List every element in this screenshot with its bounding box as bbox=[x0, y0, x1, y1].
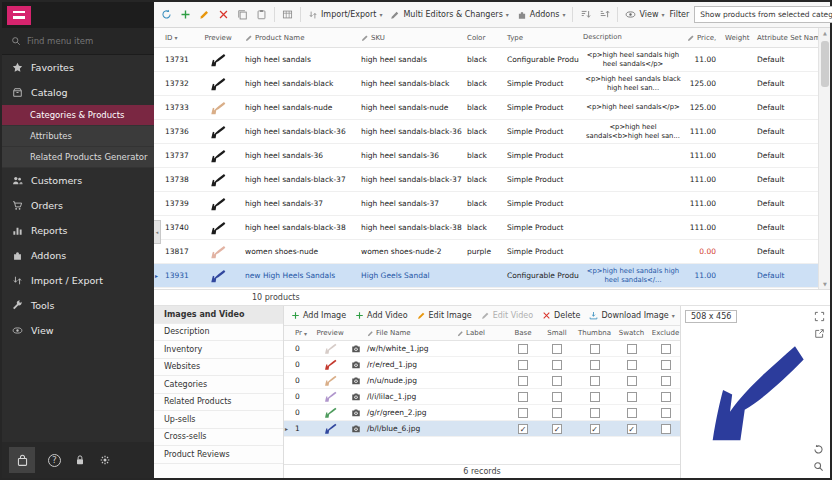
scroll-down-arrow-icon[interactable]: ▼ bbox=[819, 281, 831, 287]
scroll-up-arrow-icon[interactable]: ▲ bbox=[819, 30, 831, 36]
checkbox-base[interactable] bbox=[518, 408, 528, 418]
image-row[interactable]: 0 /r/e/red_1.jpg bbox=[284, 357, 680, 373]
sidebar-item-addons[interactable]: Addons bbox=[2, 243, 154, 268]
filter-scope-select[interactable]: Show products from selected categories▾ bbox=[694, 6, 832, 23]
sidebar-item-favorites[interactable]: Favorites bbox=[2, 55, 154, 80]
checkbox-thumbnail[interactable] bbox=[590, 392, 600, 402]
add-video-button[interactable]: Add Video bbox=[355, 311, 407, 320]
sidebar-item-categories-products[interactable]: Categories & Products bbox=[2, 105, 154, 126]
sidebar-search[interactable] bbox=[2, 28, 154, 55]
checkbox-swatch[interactable] bbox=[627, 408, 637, 418]
sidebar-item-catalog[interactable]: Catalog bbox=[2, 80, 154, 105]
grid-settings-button[interactable] bbox=[279, 7, 296, 22]
edit-product-button[interactable] bbox=[196, 7, 213, 22]
tab-websites[interactable]: Websites bbox=[154, 359, 283, 377]
zoom-button[interactable] bbox=[813, 461, 824, 472]
checkbox-small[interactable] bbox=[552, 392, 562, 402]
column-header-description[interactable]: Description bbox=[579, 33, 683, 41]
scrollbar-thumb[interactable] bbox=[821, 41, 829, 87]
column-header-attribute-set[interactable]: Attribute Set Name bbox=[753, 34, 818, 42]
multi-editors-menu[interactable]: Multi Editors & Changers▾ bbox=[387, 8, 511, 22]
copy-button[interactable] bbox=[234, 7, 251, 22]
download-image-button[interactable]: Download Image▾ bbox=[589, 311, 674, 320]
checkbox-swatch[interactable] bbox=[627, 360, 637, 370]
column-header-file-name[interactable]: File Name bbox=[364, 329, 454, 337]
column-header-id[interactable]: ID▾ bbox=[161, 34, 195, 42]
sidebar-item-view[interactable]: View bbox=[2, 318, 154, 343]
checkbox-base[interactable]: ✓ bbox=[518, 424, 528, 434]
delete-product-button[interactable] bbox=[215, 7, 232, 22]
checkbox-base[interactable] bbox=[518, 392, 528, 402]
checkbox-exclude[interactable] bbox=[661, 424, 671, 434]
column-header-weight[interactable]: Weight bbox=[721, 34, 753, 42]
tab-description[interactable]: Description bbox=[154, 324, 283, 342]
checkbox-thumbnail[interactable] bbox=[590, 360, 600, 370]
column-header-price[interactable]: Price, bbox=[683, 34, 721, 42]
checkbox-thumbnail[interactable] bbox=[590, 344, 600, 354]
column-header-position[interactable]: Pr▾ bbox=[292, 329, 312, 337]
checkbox-small[interactable] bbox=[552, 376, 562, 386]
view-menu[interactable]: View▾ bbox=[622, 7, 667, 22]
settings-button[interactable] bbox=[99, 454, 111, 466]
checkbox-exclude[interactable] bbox=[661, 392, 671, 402]
sidebar-item-tools[interactable]: Tools bbox=[2, 293, 154, 318]
open-external-button[interactable] bbox=[814, 328, 825, 339]
product-row[interactable]: 13738 high heel sandals-black-37 high he… bbox=[154, 168, 818, 192]
sidebar-item-customers[interactable]: Customers bbox=[2, 168, 154, 193]
checkbox-exclude[interactable] bbox=[661, 408, 671, 418]
add-image-button[interactable]: Add Image bbox=[291, 311, 346, 320]
image-row[interactable]: 0 /l/i/lilac_1.jpg bbox=[284, 389, 680, 405]
column-header-type[interactable]: Type bbox=[503, 34, 579, 42]
sidebar-item-import-export[interactable]: Import / Export bbox=[2, 268, 154, 293]
image-row-selected[interactable]: 1 /b/l/blue_6.jpg ✓ ✓ ✓ ✓ bbox=[284, 421, 680, 437]
column-header-sku[interactable]: SKU bbox=[357, 34, 463, 42]
sidebar-item-reports[interactable]: Reports bbox=[2, 218, 154, 243]
menu-search-input[interactable] bbox=[27, 36, 137, 46]
tab-related-products[interactable]: Related Products bbox=[154, 394, 283, 412]
product-row[interactable]: 13733 high heel sandals-nude high heel s… bbox=[154, 96, 818, 120]
column-header-preview[interactable]: Preview bbox=[195, 34, 241, 42]
store-button[interactable] bbox=[9, 447, 35, 473]
tab-images-and-video[interactable]: Images and Video bbox=[154, 306, 283, 324]
checkbox-base[interactable] bbox=[518, 344, 528, 354]
column-header-color[interactable]: Color bbox=[463, 34, 503, 42]
addons-menu[interactable]: Addons▾ bbox=[514, 8, 569, 22]
refresh-button[interactable] bbox=[158, 7, 175, 22]
product-row[interactable]: 13732 high heel sandals-black high heel … bbox=[154, 72, 818, 96]
sidebar-item-orders[interactable]: Orders bbox=[2, 193, 154, 218]
product-row[interactable]: 13740 high heel sandals-black-38 high he… bbox=[154, 216, 818, 240]
checkbox-base[interactable] bbox=[518, 360, 528, 370]
collapse-panel-handle[interactable]: ◂ bbox=[154, 220, 161, 244]
checkbox-exclude[interactable] bbox=[661, 360, 671, 370]
delete-image-button[interactable]: Delete bbox=[542, 311, 580, 320]
vertical-scrollbar[interactable]: ▲ ▼ bbox=[818, 28, 830, 289]
tab-categories[interactable]: Categories bbox=[154, 376, 283, 394]
edit-video-button[interactable]: Edit Video bbox=[481, 311, 533, 320]
checkbox-swatch[interactable] bbox=[627, 392, 637, 402]
column-header-preview[interactable]: Preview bbox=[312, 329, 348, 337]
column-header-exclude[interactable]: Exclude bbox=[648, 329, 680, 337]
checkbox-small[interactable] bbox=[552, 408, 562, 418]
checkbox-swatch[interactable] bbox=[627, 344, 637, 354]
sidebar-item-attributes[interactable]: Attributes bbox=[2, 126, 154, 147]
checkbox-thumbnail[interactable] bbox=[590, 408, 600, 418]
checkbox-thumbnail[interactable] bbox=[590, 376, 600, 386]
column-header-swatch[interactable]: Swatch bbox=[612, 329, 648, 337]
tab-product-reviews[interactable]: Product Reviews bbox=[154, 446, 283, 464]
fullscreen-button[interactable] bbox=[814, 311, 825, 322]
column-header-product-name[interactable]: Product Name bbox=[241, 34, 357, 42]
rotate-button[interactable] bbox=[813, 444, 824, 455]
checkbox-swatch[interactable]: ✓ bbox=[627, 424, 637, 434]
column-header-label[interactable]: Label bbox=[454, 329, 506, 337]
image-row[interactable]: 0 /w/h/white_1.jpg bbox=[284, 341, 680, 357]
product-row[interactable]: 13736 high heel sandals-black-36 high he… bbox=[154, 120, 818, 144]
product-row[interactable]: 13731 high heel sandals high heel sandal… bbox=[154, 48, 818, 72]
import-export-menu[interactable]: Import/Export▾ bbox=[305, 8, 385, 22]
sort-descending-button[interactable] bbox=[596, 7, 613, 22]
image-row[interactable]: 0 /g/r/green_2.jpg bbox=[284, 405, 680, 421]
sidebar-item-related-products-generator[interactable]: Related Products Generator bbox=[2, 147, 154, 168]
checkbox-base[interactable] bbox=[518, 376, 528, 386]
image-row[interactable]: 0 /n/u/nude.jpg bbox=[284, 373, 680, 389]
tab-up-sells[interactable]: Up-sells bbox=[154, 411, 283, 429]
add-product-button[interactable] bbox=[177, 7, 194, 22]
